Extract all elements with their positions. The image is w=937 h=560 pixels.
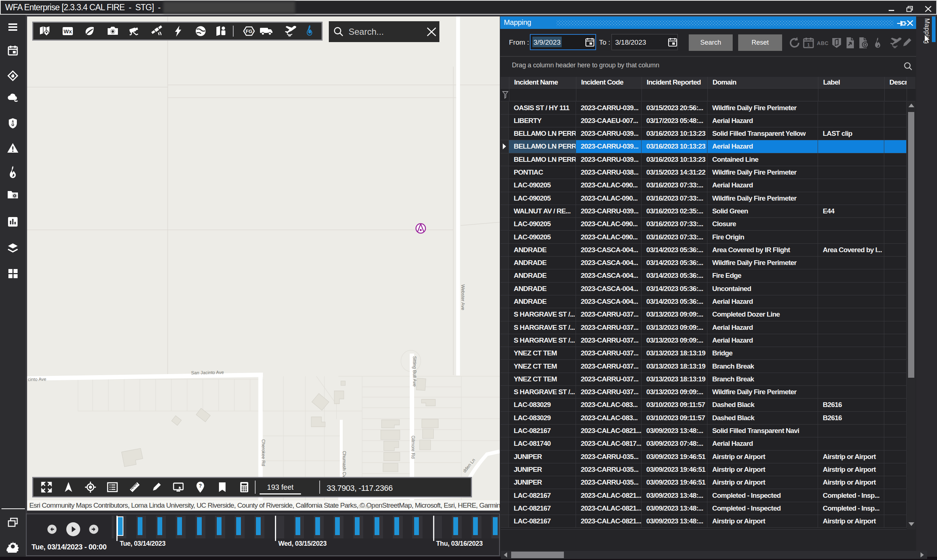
svg-text:1: 1 xyxy=(807,42,809,48)
svg-text:Chumash Cv: Chumash Cv xyxy=(342,451,347,478)
svg-text:?: ? xyxy=(199,483,202,489)
svg-text:Gilmore Rd: Gilmore Rd xyxy=(410,435,416,458)
svg-text:Cherokee Rd: Cherokee Rd xyxy=(261,439,266,466)
svg-text:Webster Ave: Webster Ave xyxy=(460,285,465,310)
svg-text:ABC: ABC xyxy=(817,40,829,46)
svg-text:Wx: Wx xyxy=(64,28,72,34)
svg-text:San Jacinto Ave: San Jacinto Ave xyxy=(191,370,224,375)
svg-text:Sitting Bull Ave: Sitting Bull Ave xyxy=(412,356,417,386)
svg-text:FG: FG xyxy=(246,29,252,34)
svg-text:cinto Ave: cinto Ave xyxy=(28,377,46,382)
